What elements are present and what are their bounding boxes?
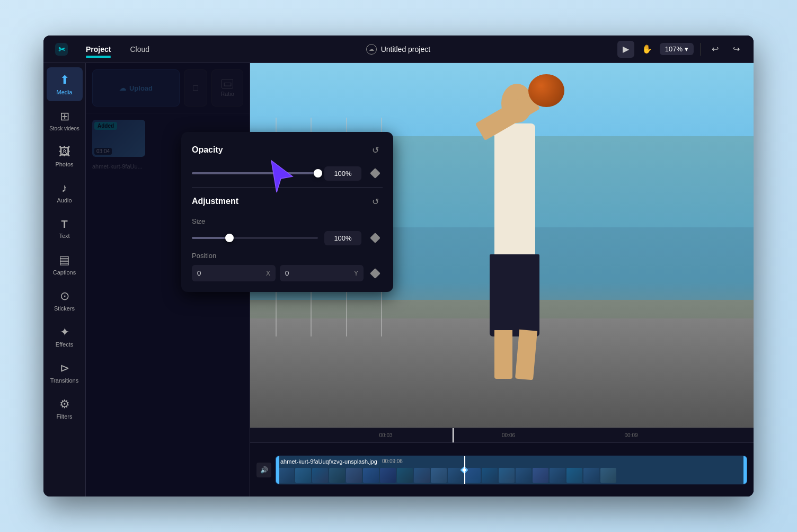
tab-project[interactable]: Project: [77, 42, 119, 57]
size-value-display: 100%: [324, 231, 361, 245]
film-frame: [363, 468, 379, 483]
film-frame: [566, 468, 582, 483]
header-divider: [700, 43, 701, 56]
clip-filmstrip: [276, 467, 747, 484]
sidebar-label-stickers: Stickers: [54, 305, 75, 312]
timeline: 00:03 00:06 00:09 🔊 ahmet-kurt-9faUuqfxz…: [250, 428, 754, 496]
project-title-area: ☁ Untitled project: [366, 44, 430, 55]
sidebar-label-stock: Stock videos: [49, 126, 79, 131]
position-row: 0 X 0 Y: [192, 265, 383, 281]
audio-icon: ♪: [61, 181, 67, 195]
film-frame: [397, 468, 413, 483]
stickers-icon: ⊙: [60, 289, 69, 303]
size-label: Size: [192, 217, 383, 225]
film-frame: [414, 468, 430, 483]
film-frame: [295, 468, 311, 483]
timeline-mark-3: 00:09: [625, 432, 638, 438]
sidebar-item-media[interactable]: ⬆ Media: [47, 67, 83, 101]
film-frame: [533, 468, 548, 483]
opacity-popup: Opacity ↺ 100%: [181, 132, 393, 292]
cursor-tool-button[interactable]: ▶: [617, 41, 634, 58]
undo-button[interactable]: ↩: [707, 41, 724, 58]
adjustment-title: Adjustment: [192, 197, 238, 206]
position-y-field[interactable]: 0 Y: [280, 265, 364, 281]
sidebar-label-media: Media: [57, 89, 73, 95]
media-icon: ⬆: [60, 73, 69, 87]
timeline-track-area: 🔊 ahmet-kurt-9faUuqfxzvg-unsplash.jpg 00…: [250, 443, 754, 496]
film-frame: [516, 468, 532, 483]
zoom-control[interactable]: 107% ▾: [660, 43, 694, 55]
svg-text:✂: ✂: [58, 45, 66, 54]
film-frame: [550, 468, 565, 483]
position-x-field[interactable]: 0 X: [192, 265, 276, 281]
sidebar-item-photos[interactable]: 🖼 Photos: [47, 139, 83, 173]
sidebar-label-photos: Photos: [55, 161, 73, 167]
sidebar: ⬆ Media ⊞ Stock videos 🖼 Photos ♪ Audio …: [43, 63, 86, 496]
captions-icon: ▤: [59, 253, 70, 267]
header: ✂ Project Cloud ☁ Untitled project ▶ ✋ 1…: [43, 36, 754, 63]
timeline-playhead[interactable]: [453, 428, 454, 442]
sidebar-label-transitions: Transitions: [50, 377, 78, 384]
effects-icon: ✦: [60, 325, 69, 339]
sidebar-item-filters[interactable]: ⚙ Filters: [47, 392, 83, 425]
film-frame: [278, 468, 294, 483]
left-panel: ☁ Upload □ ▭ Ratio Added 03:04: [86, 63, 250, 496]
timeline-ruler: 00:03 00:06 00:09: [250, 428, 754, 443]
filters-icon: ⚙: [59, 397, 70, 411]
position-keyframe-button[interactable]: [368, 266, 383, 281]
film-frame: [600, 468, 616, 483]
opacity-reset-button[interactable]: ↺: [368, 143, 383, 157]
opacity-value-display: 100%: [324, 166, 361, 181]
sidebar-item-transitions[interactable]: ⊳ Transitions: [47, 356, 83, 389]
sidebar-label-text: Text: [59, 233, 69, 239]
app-body: ⬆ Media ⊞ Stock videos 🖼 Photos ♪ Audio …: [43, 63, 754, 496]
cursor-arrow: [261, 155, 303, 200]
track-clip[interactable]: ahmet-kurt-9faUuqfxzvg-unsplash.jpg 00:0…: [276, 456, 747, 484]
chevron-down-icon: ▾: [685, 45, 688, 53]
track-volume-button[interactable]: 🔊: [256, 463, 271, 477]
clip-right-handle[interactable]: [743, 456, 747, 484]
header-controls: ▶ ✋ 107% ▾ ↩ ↪: [617, 41, 745, 58]
sidebar-item-text[interactable]: T Text: [47, 211, 83, 245]
svg-marker-2: [271, 161, 293, 192]
app-logo: ✂: [52, 40, 71, 59]
film-frame: [583, 468, 599, 483]
hand-tool-button[interactable]: ✋: [639, 41, 656, 58]
sidebar-item-audio[interactable]: ♪ Audio: [47, 175, 83, 209]
size-slider-row: 100%: [192, 230, 383, 245]
sidebar-label-effects: Effects: [56, 341, 73, 348]
photos-icon: 🖼: [59, 145, 70, 159]
film-frame: [482, 468, 498, 483]
film-frame: [380, 468, 396, 483]
redo-button[interactable]: ↪: [728, 41, 745, 58]
sidebar-item-effects[interactable]: ✦ Effects: [47, 320, 83, 353]
film-frame: [499, 468, 515, 483]
adjustment-reset-button[interactable]: ↺: [368, 194, 383, 209]
transitions-icon: ⊳: [60, 361, 69, 375]
film-frame: [431, 468, 447, 483]
tab-cloud[interactable]: Cloud: [121, 42, 158, 57]
cloud-icon: ☁: [366, 44, 377, 55]
stock-icon: ⊞: [60, 110, 69, 123]
opacity-title: Opacity: [192, 145, 223, 155]
size-keyframe-button[interactable]: [368, 230, 383, 245]
timeline-marks: 00:03 00:06 00:09: [256, 428, 747, 442]
header-tabs: Project Cloud: [77, 42, 158, 57]
clip-duration: 00:09:06: [382, 458, 403, 464]
opacity-keyframe-button[interactable]: [368, 166, 383, 181]
sidebar-item-stickers[interactable]: ⊙ Stickers: [47, 283, 83, 317]
position-label: Position: [192, 252, 383, 260]
film-frame: [329, 468, 345, 483]
film-frame: [312, 468, 328, 483]
sidebar-label-audio: Audio: [57, 197, 72, 203]
project-title: Untitled project: [381, 45, 430, 54]
app-window: ✂ Project Cloud ☁ Untitled project ▶ ✋ 1…: [43, 36, 754, 496]
timeline-mark-2: 00:06: [502, 432, 515, 438]
sidebar-item-stock[interactable]: ⊞ Stock videos: [47, 103, 83, 137]
clip-left-handle[interactable]: [276, 456, 279, 484]
sidebar-item-captions[interactable]: ▤ Captions: [47, 247, 83, 281]
size-slider-track[interactable]: [192, 237, 318, 239]
film-frame: [346, 468, 362, 483]
track-controls: 🔊: [256, 463, 271, 477]
playhead-line: [464, 456, 465, 484]
